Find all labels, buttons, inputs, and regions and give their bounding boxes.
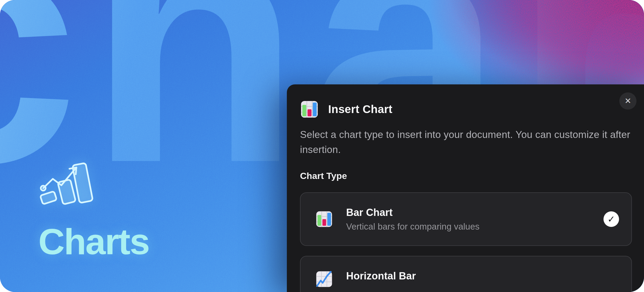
option-subtitle: Vertical bars for comparing values [346, 222, 480, 232]
dialog-description: Select a chart type to insert into your … [300, 127, 638, 157]
glass-chart-arrow-icon [37, 160, 94, 212]
option-texts: Bar Chart Vertical bars for comparing va… [346, 207, 480, 232]
chart-type-label: Chart Type [300, 171, 632, 181]
option-horizontal-bar[interactable]: Horizontal Bar [300, 256, 632, 292]
selected-check-icon: ✓ [603, 211, 619, 227]
option-title: Horizontal Bar [346, 270, 416, 282]
bar-chart-icon [315, 210, 333, 228]
bar-chart-icon [300, 100, 319, 119]
check-glyph: ✓ [608, 214, 615, 224]
close-icon: ✕ [624, 92, 631, 110]
insert-chart-dialog: ✕ Insert Chart Select a chart type to in… [287, 84, 644, 292]
page: char [0, 0, 644, 292]
option-title: Bar Chart [346, 207, 480, 218]
close-button[interactable]: ✕ [619, 92, 636, 110]
page-title: Charts [38, 221, 149, 263]
option-bar-chart[interactable]: Bar Chart Vertical bars for comparing va… [300, 192, 632, 246]
dialog-header: Insert Chart [300, 100, 632, 119]
chart-increasing-icon [315, 270, 333, 288]
option-texts: Horizontal Bar [346, 270, 416, 282]
dialog-title: Insert Chart [328, 103, 392, 116]
